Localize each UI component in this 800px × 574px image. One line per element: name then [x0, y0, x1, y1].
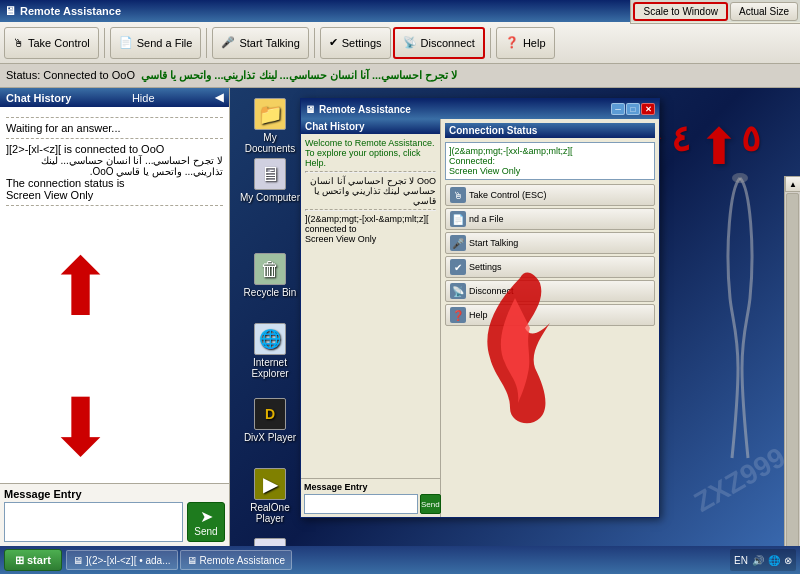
message-input[interactable] — [4, 502, 183, 542]
send-file-icon: 📄 — [119, 36, 133, 49]
help-conn-icon: ❓ — [450, 307, 466, 323]
tray-icon: 🔊 — [752, 555, 764, 566]
settings-conn-label: Settings — [469, 262, 502, 272]
start-talking-conn-button[interactable]: 🎤 Start Talking — [445, 232, 655, 254]
settings-button[interactable]: ✔ Settings — [320, 27, 391, 59]
conn-status-text: ](2&amp;mgt;-[xxl-&amp;mlt;z][ Connected… — [449, 146, 651, 176]
desktop-icon-label: My Computer — [240, 192, 300, 203]
help-conn-label: Help — [469, 310, 488, 320]
message-entry-panel: Message Entry ➤ Send — [0, 483, 229, 546]
chat-header: Chat History Hide ◀ — [0, 88, 229, 107]
send-label: Send — [194, 526, 217, 537]
number-5: ٥ — [741, 118, 760, 160]
help-button[interactable]: ❓ Help — [496, 27, 555, 59]
chat-message-arabic: لا تجرح احساسي... آنا انسان حساسي... لين… — [6, 155, 223, 177]
inner-send-button[interactable]: Send — [420, 494, 441, 514]
take-control-label: Take Control — [28, 37, 90, 49]
status-arabic: لا تجرح احساسي... آنا انسان حساسي... لين… — [141, 69, 457, 81]
taskbar-item-2[interactable]: 🖥 Remote Assistance — [180, 550, 293, 570]
actual-size-button[interactable]: Actual Size — [730, 2, 798, 21]
send-file-conn-label: nd a File — [469, 214, 504, 224]
main-content: Chat History Hide ◀ Waiting for an answe… — [0, 88, 800, 546]
inner-remote-assistance-window: 🖥 Remote Assistance ─ □ ✕ Chat History W… — [300, 98, 660, 518]
number-4: ٤ — [671, 118, 690, 160]
watermark-text: ZXZ999 — [689, 441, 791, 519]
kazaa-icon: K — [254, 538, 286, 546]
start-talking-conn-icon: 🎤 — [450, 235, 466, 251]
inner-connection-panel: Connection Status ](2&amp;mgt;-[xxl-&amp… — [441, 119, 659, 517]
desktop-icon-divx[interactable]: D DivX Player — [240, 398, 300, 443]
send-file-button[interactable]: 📄 Send a File — [110, 27, 202, 59]
my-computer-icon: 🖥 — [254, 158, 286, 190]
take-control-icon: 🖱 — [13, 37, 24, 49]
inner-message-entry-label: Message Entry — [304, 482, 437, 492]
chat-history-content: Waiting for an answer... ][2>-[xl-<z][ i… — [0, 107, 229, 483]
realplayer-icon: ▶ — [254, 468, 286, 500]
inner-titlebar: 🖥 Remote Assistance ─ □ ✕ — [301, 99, 659, 119]
scroll-tool-graphic — [710, 168, 770, 468]
toolbar-separator-3 — [314, 28, 315, 58]
take-control-esc-button[interactable]: 🖱 Take Control (ESC) — [445, 184, 655, 206]
app-icon: 🖥 — [4, 4, 16, 18]
collapse-icon[interactable]: ◀ — [215, 91, 223, 104]
inner-message-entry-panel: Message Entry Send — [301, 478, 440, 517]
disconnect-conn-label: Disconnect — [469, 286, 514, 296]
send-file-conn-button[interactable]: 📄 nd a File — [445, 208, 655, 230]
status-bar: Status: Connected to OoO لا تجرح احساسي.… — [0, 64, 800, 88]
disconnect-conn-button[interactable]: 📡 Disconnect — [445, 280, 655, 302]
desktop-icon-recycle[interactable]: 🗑 Recycle Bin — [240, 253, 300, 298]
inner-app-title: Remote Assistance — [319, 104, 611, 115]
start-talking-icon: 🎤 — [221, 36, 235, 49]
disconnect-button[interactable]: 📡 Disconnect — [393, 27, 485, 59]
start-talking-label: Start Talking — [239, 37, 299, 49]
separator — [6, 205, 223, 206]
start-icon: ⊞ — [15, 554, 24, 567]
inner-connection-header: Connection Status — [445, 123, 655, 138]
scroll-up-arrow[interactable]: ▲ — [785, 176, 800, 192]
time-display: ⊗ — [784, 555, 792, 566]
message-entry-label: Message Entry — [4, 488, 225, 500]
inner-chat-body: Welcome to Remote Assistance. To explore… — [301, 134, 440, 478]
taskbar-item-label-2: Remote Assistance — [200, 555, 286, 566]
start-talking-button[interactable]: 🎤 Start Talking — [212, 27, 308, 59]
take-control-button[interactable]: 🖱 Take Control — [4, 27, 99, 59]
disconnect-icon: 📡 — [403, 36, 417, 49]
help-label: Help — [523, 37, 546, 49]
send-button[interactable]: ➤ Send — [187, 502, 225, 542]
inner-chat-arabic: OoO لا تجرح احساسي آنا انسان حساسي لينك … — [305, 176, 436, 206]
message-entry-row: ➤ Send — [4, 502, 225, 542]
taskbar-items: 🖥 ](2>-[xl-<z][ • ada... 🖥 Remote Assist… — [66, 550, 726, 570]
inner-screen-view: connected to Screen View Only — [305, 224, 436, 244]
inner-maximize-button[interactable]: □ — [626, 103, 640, 115]
help-conn-button[interactable]: ❓ Help — [445, 304, 655, 326]
scale-to-window-button[interactable]: Scale to Window — [633, 2, 727, 21]
svg-point-0 — [732, 173, 748, 183]
desktop-icon-kazaa[interactable]: K Kazaa Lite II — [240, 538, 300, 546]
taskbar-item-icon-2: 🖥 — [187, 555, 197, 566]
desktop-icon-mydocuments[interactable]: 📁 My Documents — [240, 98, 300, 154]
desktop-icon-mycomputer[interactable]: 🖥 My Computer — [240, 158, 300, 203]
inner-welcome-text: Welcome to Remote Assistance. To explore… — [305, 138, 436, 168]
inner-minimize-button[interactable]: ─ — [611, 103, 625, 115]
my-documents-icon: 📁 — [254, 98, 286, 130]
send-file-conn-icon: 📄 — [450, 211, 466, 227]
disconnect-label: Disconnect — [421, 37, 475, 49]
desktop-icon-label: DivX Player — [244, 432, 296, 443]
settings-label: Settings — [342, 37, 382, 49]
hide-button[interactable]: Hide — [132, 92, 155, 104]
separator — [6, 117, 223, 118]
desktop-icon-ie[interactable]: 🌐 Internet Explorer — [240, 323, 300, 379]
desktop-icon-label: My Documents — [240, 132, 300, 154]
inner-message-input[interactable] — [304, 494, 418, 514]
start-button[interactable]: ⊞ start — [4, 549, 62, 571]
inner-separator — [305, 171, 436, 173]
send-arrow-icon: ➤ — [200, 507, 213, 526]
inner-close-button[interactable]: ✕ — [641, 103, 655, 115]
toolbar-separator-4 — [490, 28, 491, 58]
inner-chat-header: Chat History — [301, 119, 440, 134]
inner-content: Chat History Welcome to Remote Assistanc… — [301, 119, 659, 517]
desktop-icon-realplayer[interactable]: ▶ RealOne Player — [240, 468, 300, 524]
taskbar-item-1[interactable]: 🖥 ](2>-[xl-<z][ • ada... — [66, 550, 178, 570]
settings-conn-button[interactable]: ✔ Settings — [445, 256, 655, 278]
scroll-thumb[interactable] — [786, 193, 799, 574]
